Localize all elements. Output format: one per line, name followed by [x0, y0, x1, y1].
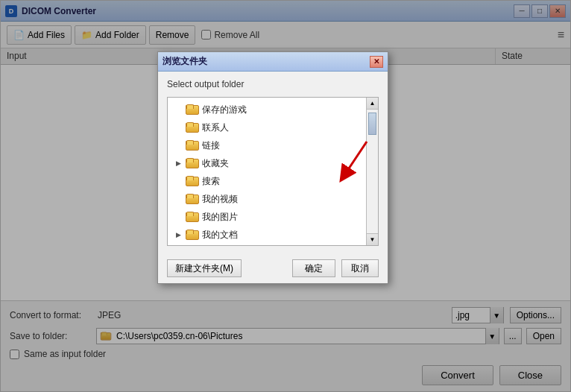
dialog-subtitle: Select output folder: [167, 79, 379, 89]
dialog-footer: 新建文件夹(M) 确定 取消: [158, 253, 388, 283]
folder-icon: [186, 140, 199, 151]
tree-item-label: 我的文档: [202, 229, 238, 241]
tree-item-label: 联系人: [202, 121, 229, 134]
tree-item-label: 搜索: [202, 175, 220, 188]
tree-expand-icon: ▶: [174, 230, 183, 239]
tree-expand-icon: [174, 212, 183, 221]
tree-item-label: 我的图片: [202, 211, 238, 224]
new-folder-button[interactable]: 新建文件夹(M): [167, 259, 242, 277]
scroll-down-button[interactable]: ▼: [367, 233, 378, 245]
tree-item[interactable]: 我的图片: [171, 208, 365, 226]
folder-icon: [186, 104, 199, 115]
tree-item-label: 我的视频: [202, 193, 238, 206]
folder-tree[interactable]: 保存的游戏联系人链接▶收藏夹搜索我的视频我的图片▶我的文档 ▲ ▼: [167, 97, 379, 246]
tree-item[interactable]: 联系人: [171, 118, 365, 136]
folder-icon: [186, 158, 199, 168]
tree-item[interactable]: 搜索: [171, 172, 365, 190]
tree-expand-icon: [174, 177, 183, 186]
tree-item-label: 保存的游戏: [202, 104, 247, 116]
tree-scrollbar[interactable]: ▲ ▼: [366, 98, 378, 245]
ok-button[interactable]: 确定: [292, 259, 335, 277]
tree-item[interactable]: ▶收藏夹: [171, 154, 365, 172]
tree-expand-icon: [174, 105, 183, 114]
folder-icon: [186, 194, 199, 204]
tree-expand-icon: [174, 195, 183, 203]
dialog-title: 浏览文件夹: [163, 55, 207, 68]
modal-overlay: 浏览文件夹 ✕ Select output folder 保存的游戏联系人链接▶…: [1, 1, 570, 391]
folder-icon: [186, 212, 199, 222]
cancel-button[interactable]: 取消: [341, 259, 379, 277]
folder-icon: [186, 230, 199, 240]
tree-item-label: 链接: [202, 139, 220, 152]
tree-expand-icon: ▶: [174, 159, 183, 168]
folder-icon: [186, 122, 199, 133]
dialog-title-bar: 浏览文件夹 ✕: [158, 52, 388, 72]
tree-item[interactable]: 保存的游戏: [171, 101, 365, 118]
tree-item[interactable]: 我的视频: [171, 190, 365, 208]
tree-item-label: 收藏夹: [202, 157, 229, 170]
scroll-thumb[interactable]: [368, 113, 376, 135]
browse-folder-dialog: 浏览文件夹 ✕ Select output folder 保存的游戏联系人链接▶…: [157, 51, 388, 284]
tree-item[interactable]: ▶我的文档: [171, 226, 365, 244]
dialog-close-button[interactable]: ✕: [370, 56, 383, 68]
tree-content: 保存的游戏联系人链接▶收藏夹搜索我的视频我的图片▶我的文档: [168, 98, 378, 246]
dialog-body: Select output folder 保存的游戏联系人链接▶收藏夹搜索我的视…: [158, 72, 388, 253]
scroll-up-button[interactable]: ▲: [367, 98, 378, 110]
tree-expand-icon: [174, 141, 183, 150]
tree-item[interactable]: 链接: [171, 136, 365, 154]
folder-icon: [186, 176, 199, 186]
main-window: D DICOM Converter ─ □ ✕ 📄 Add Files 📁 Ad…: [0, 0, 571, 392]
tree-expand-icon: [174, 123, 183, 132]
